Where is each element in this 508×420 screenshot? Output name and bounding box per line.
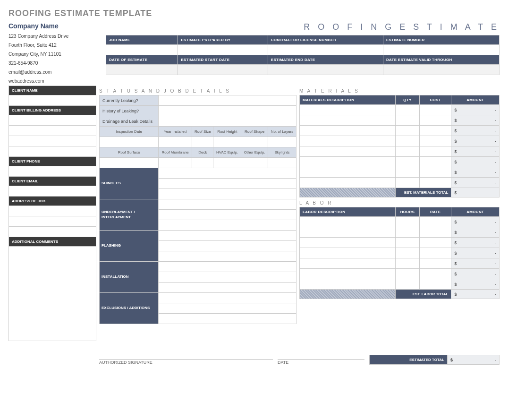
mat-desc-1[interactable] [300,105,396,115]
date-line[interactable] [278,346,364,360]
underlay-1[interactable] [159,199,296,210]
lab-hrs-7[interactable] [396,279,420,290]
mat-cost-4[interactable] [419,136,451,146]
shingles-3[interactable] [159,189,296,199]
install-1[interactable] [159,262,296,272]
mat-cost-1[interactable] [419,105,451,115]
lab-rate-4[interactable] [419,248,451,258]
mat-cost-2[interactable] [419,115,451,126]
mat-qty-3[interactable] [396,126,420,136]
underlay-2[interactable] [159,210,296,220]
date-estimate-input[interactable] [106,65,178,75]
height-input[interactable] [213,137,241,147]
estimate-no-input[interactable] [383,45,499,55]
skylights-input[interactable] [268,158,296,168]
mat-cost-6[interactable] [419,157,451,167]
mat-cost-7[interactable] [419,167,451,178]
comments-input[interactable] [9,247,96,341]
flashing-2[interactable] [159,241,296,251]
client-table: CLIENT NAME CLIENT BILLING ADDRESS CLIEN… [8,86,96,341]
mat-qty-4[interactable] [396,136,420,146]
mat-desc-6[interactable] [300,157,396,167]
history-input[interactable] [159,106,296,116]
signature-line[interactable] [99,346,273,360]
vhdr-underlay: UNDERLAYMENT / INTERLAYMENT [100,199,159,231]
leaking-input[interactable] [159,95,296,106]
mat-cost-8[interactable] [419,178,451,188]
lab-rate-1[interactable] [419,217,451,227]
lab-rate-7[interactable] [419,279,451,290]
mat-desc-3[interactable] [300,126,396,136]
mat-qty-7[interactable] [396,167,420,178]
license-input[interactable] [268,45,383,55]
end-date-input[interactable] [268,65,383,75]
size-input[interactable] [192,137,213,147]
client-phone-input[interactable] [9,166,96,177]
client-billing-2[interactable] [9,126,96,136]
client-billing-1[interactable] [9,115,96,126]
underlay-3[interactable] [159,220,296,231]
year-input[interactable] [159,137,192,147]
job-addr-3[interactable] [9,227,96,237]
mat-cost-3[interactable] [419,126,451,136]
lab-desc-7[interactable] [300,279,396,290]
client-billing-3[interactable] [9,136,96,146]
valid-through-input[interactable] [383,65,499,75]
lab-hrs-4[interactable] [396,248,420,258]
install-2[interactable] [159,272,296,283]
flashing-3[interactable] [159,251,296,262]
shingles-2[interactable] [159,179,296,189]
lab-hrs-2[interactable] [396,227,420,238]
mat-desc-4[interactable] [300,136,396,146]
start-date-input[interactable] [178,65,268,75]
lab-desc-2[interactable] [300,227,396,238]
lab-rate-5[interactable] [419,258,451,269]
mat-qty-2[interactable] [396,115,420,126]
shape-input[interactable] [241,137,268,147]
job-name-input[interactable] [106,45,178,55]
mat-desc-7[interactable] [300,167,396,178]
lab-desc-5[interactable] [300,258,396,269]
mat-qty-8[interactable] [396,178,420,188]
hdr-comments: ADDITIONAL COMMENTS [9,237,96,247]
lab-hrs-5[interactable] [396,258,420,269]
lab-desc-4[interactable] [300,248,396,258]
lab-desc-3[interactable] [300,238,396,248]
job-addr-2[interactable] [9,216,96,227]
excl-2[interactable] [159,303,296,314]
membrane-input[interactable] [159,158,192,168]
surface-input[interactable] [100,158,159,168]
client-billing-4[interactable] [9,146,96,157]
flashing-1[interactable] [159,231,296,241]
lab-desc-6[interactable] [300,269,396,279]
prepared-by-input[interactable] [178,45,268,55]
lab-hrs-3[interactable] [396,238,420,248]
mat-desc-8[interactable] [300,178,396,188]
hdr-lab-rate: RATE [419,207,451,217]
mat-qty-6[interactable] [396,157,420,167]
drainage-input[interactable] [159,116,296,127]
mat-qty-1[interactable] [396,105,420,115]
other-input[interactable] [241,158,268,168]
lab-hrs-1[interactable] [396,217,420,227]
excl-1[interactable] [159,293,296,303]
mat-cost-5[interactable] [419,146,451,157]
hvac-input[interactable] [213,158,241,168]
inspect-input[interactable] [100,137,159,147]
job-addr-1[interactable] [9,206,96,216]
deck-input[interactable] [192,158,213,168]
lab-rate-3[interactable] [419,238,451,248]
mat-desc-5[interactable] [300,146,396,157]
install-3[interactable] [159,283,296,293]
client-email-input[interactable] [9,186,96,197]
excl-3[interactable] [159,314,296,324]
shingles-1[interactable] [159,168,296,179]
lab-rate-6[interactable] [419,269,451,279]
lab-desc-1[interactable] [300,217,396,227]
layers-input[interactable] [268,137,296,147]
client-name-input[interactable] [9,95,96,106]
mat-desc-2[interactable] [300,115,396,126]
lab-rate-2[interactable] [419,227,451,238]
mat-qty-5[interactable] [396,146,420,157]
lab-hrs-6[interactable] [396,269,420,279]
